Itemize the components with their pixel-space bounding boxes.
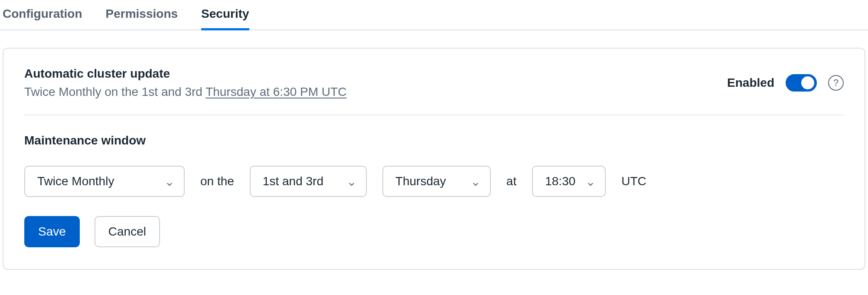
tab-configuration[interactable]: Configuration [3, 0, 82, 30]
help-icon[interactable]: ? [828, 75, 844, 91]
tz-label: UTC [621, 174, 646, 188]
tab-security[interactable]: Security [201, 0, 249, 30]
help-glyph: ? [833, 77, 839, 88]
auto-update-toggle[interactable] [786, 74, 817, 92]
chevron-down-icon [348, 177, 356, 185]
ordinal-selected-value: 1st and 3rd [263, 174, 323, 188]
maintenance-selects-row: Twice Monthly on the 1st and 3rd Thursda… [24, 166, 844, 197]
tab-bar: Configuration Permissions Security [0, 0, 868, 30]
connector-at: at [506, 174, 516, 188]
chevron-down-icon [587, 177, 594, 185]
auto-update-schedule-link[interactable]: Thursday at 6:30 PM UTC [206, 85, 346, 98]
frequency-select[interactable]: Twice Monthly [24, 166, 185, 197]
day-selected-value: Thursday [395, 174, 446, 188]
auto-update-subtitle-prefix: Twice Monthly on the 1st and 3rd [24, 85, 206, 98]
save-button[interactable]: Save [24, 216, 80, 247]
day-select[interactable]: Thursday [382, 166, 491, 197]
auto-update-header: Automatic cluster update Twice Monthly o… [24, 67, 844, 115]
security-panel: Automatic cluster update Twice Monthly o… [3, 48, 865, 270]
auto-update-subtitle: Twice Monthly on the 1st and 3rd Thursda… [24, 85, 717, 99]
maintenance-window-title: Maintenance window [24, 134, 844, 148]
chevron-down-icon [166, 177, 173, 185]
time-select[interactable]: 18:30 [532, 166, 606, 197]
frequency-selected-value: Twice Monthly [37, 174, 114, 188]
time-selected-value: 18:30 [545, 174, 575, 188]
chevron-down-icon [472, 177, 480, 185]
connector-on-the: on the [200, 174, 234, 188]
tab-permissions[interactable]: Permissions [106, 0, 178, 30]
auto-update-title: Automatic cluster update [24, 67, 717, 81]
cancel-button[interactable]: Cancel [95, 216, 160, 247]
actions-row: Save Cancel [24, 216, 844, 247]
ordinal-select[interactable]: 1st and 3rd [250, 166, 367, 197]
toggle-knob [801, 76, 814, 89]
auto-update-enabled-label: Enabled [727, 76, 774, 90]
